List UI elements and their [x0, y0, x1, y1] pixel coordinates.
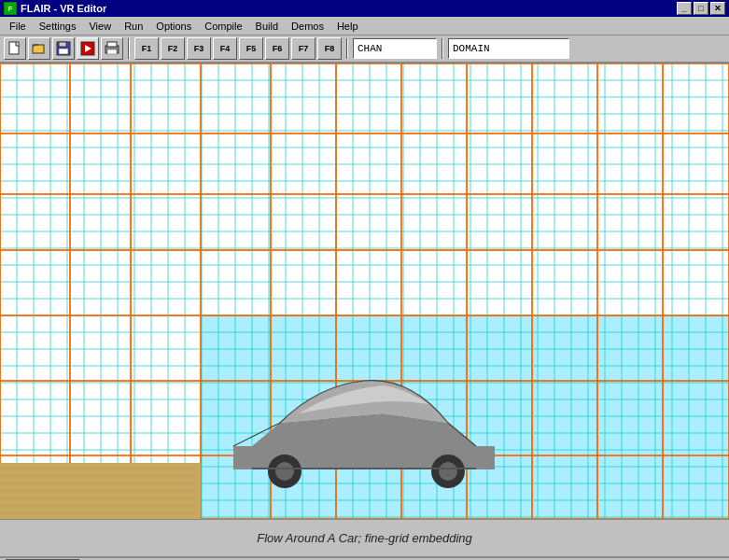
menu-build[interactable]: Build [250, 19, 284, 34]
chan-input[interactable] [353, 38, 437, 59]
open-button[interactable] [28, 37, 50, 60]
caption-bar: Flow Around A Car; fine-grid embedding [0, 519, 729, 556]
toolbar-sep-2 [346, 38, 348, 59]
menu-help[interactable]: Help [331, 19, 364, 34]
f7-button[interactable]: F7 [291, 37, 315, 60]
app-icon: F [4, 2, 17, 15]
close-button[interactable]: ✕ [710, 2, 725, 15]
menu-file[interactable]: File [4, 19, 32, 34]
f1-button[interactable]: F1 [134, 37, 159, 60]
window-title: FLAIR - VR Editor [21, 3, 106, 14]
new-button[interactable] [4, 37, 26, 60]
toolbar: F1 F2 F3 F4 F5 F6 F7 F8 [0, 35, 729, 63]
svg-rect-4 [59, 49, 68, 54]
run-button[interactable] [77, 37, 99, 60]
save-button[interactable] [52, 37, 75, 60]
menu-run[interactable]: Run [119, 19, 148, 34]
menu-bar: File Settings View Run Options Compile B… [0, 17, 729, 35]
print-button[interactable] [101, 37, 123, 60]
caption-text: Flow Around A Car; fine-grid embedding [257, 531, 472, 545]
maximize-button[interactable]: □ [694, 2, 708, 15]
domain-input[interactable] [448, 38, 569, 59]
title-bar: F FLAIR - VR Editor _ □ ✕ [0, 0, 729, 17]
menu-compile[interactable]: Compile [199, 19, 247, 34]
f4-button[interactable]: F4 [213, 37, 237, 60]
toolbar-sep-1 [128, 38, 130, 59]
title-bar-buttons[interactable]: _ □ ✕ [677, 2, 725, 15]
f8-button[interactable]: F8 [317, 37, 342, 60]
f5-button[interactable]: F5 [239, 37, 263, 60]
svg-rect-3 [59, 42, 66, 47]
minimize-button[interactable]: _ [677, 2, 692, 15]
menu-settings[interactable]: Settings [34, 19, 82, 34]
main-canvas-area [0, 63, 729, 519]
f3-button[interactable]: F3 [187, 37, 211, 60]
svg-rect-8 [107, 42, 117, 47]
f2-button[interactable]: F2 [161, 37, 185, 60]
svg-rect-9 [107, 49, 117, 54]
menu-view[interactable]: View [83, 19, 117, 34]
menu-options[interactable]: Options [150, 19, 197, 34]
f6-button[interactable]: F6 [265, 37, 289, 60]
status-bar: Ready [0, 556, 729, 560]
toolbar-sep-3 [442, 38, 443, 59]
grid-canvas[interactable] [0, 63, 729, 519]
menu-demos[interactable]: Demos [286, 19, 329, 34]
title-bar-left: F FLAIR - VR Editor [4, 2, 106, 15]
